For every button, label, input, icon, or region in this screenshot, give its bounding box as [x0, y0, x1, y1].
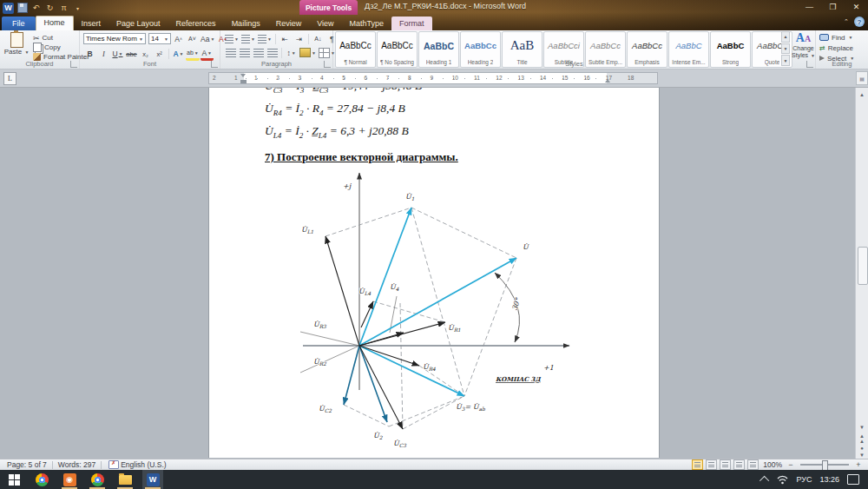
change-case-button[interactable]: Aa▼ [200, 33, 215, 44]
tab-view[interactable]: View [309, 17, 341, 30]
decrease-indent-button[interactable]: ⇤ [279, 33, 292, 44]
bullets-button[interactable]: ▼ [224, 33, 240, 44]
start-button[interactable] [3, 470, 24, 489]
strikethrough-button[interactable]: abe [125, 49, 138, 60]
web-layout-view-button[interactable] [720, 459, 731, 470]
zoom-level[interactable]: 100% [763, 460, 782, 469]
grow-font-button[interactable]: A˄ [172, 33, 185, 44]
document-page[interactable]: U̇C3 = İ3 · Z̲C3 = 19,44 − j38,48 В U̇R4… [208, 88, 660, 458]
tab-mailings[interactable]: Mailings [224, 17, 268, 30]
word-count[interactable]: Words: 297 [58, 460, 95, 469]
tab-insert[interactable]: Insert [74, 17, 109, 30]
clipboard-dialog-launcher[interactable] [70, 61, 77, 68]
page-indicator[interactable]: Page: 5 of 7 [7, 460, 47, 469]
zoom-out-button[interactable]: − [786, 460, 795, 469]
collapse-ribbon-icon[interactable]: ⌃ [841, 17, 852, 27]
replace-icon: ⇄ [819, 44, 825, 52]
style-sample: AaBbCc [381, 32, 413, 59]
ribbon-corner-controls: ⌃ ? [841, 17, 865, 27]
taskbar-explorer[interactable] [115, 470, 135, 489]
subscript-button[interactable]: x₂ [139, 49, 152, 60]
style-sample: AaBbCc [339, 32, 372, 59]
italic-button[interactable]: I [97, 49, 110, 60]
styles-scroll-up-button[interactable]: ▲ [781, 31, 790, 43]
replace-button[interactable]: ⇄ Replace [816, 43, 854, 53]
font-size-combo[interactable]: 14 ▼ [148, 33, 171, 44]
ruler-number: 2 [213, 75, 216, 81]
help-icon[interactable]: ? [854, 17, 865, 27]
align-center-button[interactable] [238, 47, 251, 58]
sort-button[interactable]: А↓ [312, 33, 325, 44]
tab-stop-selector[interactable]: L [3, 72, 16, 85]
diagram-label: U̇R3 [313, 320, 327, 330]
minimize-button[interactable]: — [798, 0, 821, 14]
paragraph-dialog-launcher[interactable] [324, 61, 331, 68]
language-indicator[interactable]: English (U.S.) [121, 460, 166, 469]
styles-scroll-down-button[interactable]: ▼ [781, 43, 790, 55]
tab-format[interactable]: Format [391, 17, 432, 30]
bold-button[interactable]: B [83, 49, 96, 60]
font-name-combo[interactable]: Times New Rom ▼ [83, 33, 146, 44]
proofing-icon[interactable] [108, 460, 119, 469]
tray-clock[interactable]: 13:26 [819, 475, 839, 484]
find-button[interactable]: Find ▼ [816, 32, 854, 43]
font-dialog-launcher[interactable] [211, 61, 218, 68]
editing-group: Find ▼ ⇄ Replace Select ▼ Editing [816, 30, 868, 69]
ruler-toggle-button[interactable]: ▤ [856, 71, 868, 85]
qat-customize-button[interactable]: ▾ [72, 3, 83, 14]
tab-references[interactable]: References [168, 17, 224, 30]
justify-button[interactable] [266, 47, 279, 58]
fullscreen-view-button[interactable] [706, 459, 717, 470]
taskbar-word[interactable]: W [142, 470, 163, 489]
font-color-button[interactable]: A▼ [201, 47, 214, 61]
line-spacing-button[interactable]: ↕▼ [285, 47, 298, 58]
right-indent-marker[interactable] [605, 79, 610, 83]
scrollbar-thumb[interactable] [858, 247, 868, 285]
numbering-button[interactable]: ▼ [240, 33, 256, 44]
scroll-down-button[interactable]: ▼ [857, 422, 867, 432]
tab-file[interactable]: File [2, 17, 36, 30]
multilevel-list-button[interactable]: ▼ [257, 33, 273, 44]
shading-button[interactable]: ▼ [299, 47, 317, 58]
tray-expand-icon[interactable] [760, 476, 769, 486]
underline-button[interactable]: U▼ [111, 49, 124, 60]
vertical-scrollbar[interactable]: ▲ ▼ ▲▲ ● ▼ [855, 88, 868, 459]
zoom-in-button[interactable]: + [854, 460, 863, 469]
text-effects-button[interactable]: A▼ [172, 49, 185, 60]
align-right-button[interactable] [252, 47, 265, 58]
word-app-icon[interactable]: W [3, 3, 14, 14]
taskbar-kompas[interactable]: ◉ [59, 470, 80, 489]
increase-indent-button[interactable]: ⇥ [293, 33, 306, 44]
undo-button[interactable]: ↶ [30, 3, 42, 14]
system-tray: РУС 13:26 [762, 474, 868, 485]
indent-marker[interactable] [240, 74, 247, 83]
mathtype-qat-icon[interactable]: π [58, 3, 69, 14]
tab-page-layout[interactable]: Page Layout [108, 17, 168, 30]
tab-review[interactable]: Review [268, 17, 310, 30]
scroll-up-button[interactable]: ▲ [857, 89, 867, 99]
shrink-font-button[interactable]: A˅ [186, 33, 199, 44]
zoom-slider[interactable] [800, 464, 849, 466]
horizontal-ruler[interactable]: 21123456789101112131415161718 [208, 72, 658, 84]
close-button[interactable]: ✕ [845, 0, 868, 14]
ruler-row: L 21123456789101112131415161718 ▤ [0, 69, 868, 87]
outline-view-button[interactable] [733, 459, 745, 470]
draft-view-button[interactable] [747, 459, 759, 470]
superscript-button[interactable]: x² [153, 49, 166, 60]
action-center-icon[interactable] [847, 474, 859, 485]
align-left-button[interactable] [224, 47, 237, 58]
print-layout-view-button[interactable] [692, 459, 703, 470]
taskbar-chrome-1[interactable] [31, 470, 52, 489]
taskbar-chrome-2[interactable] [87, 470, 108, 489]
tab-mathtype[interactable]: MathType [342, 17, 392, 30]
maximize-button[interactable]: ❐ [821, 0, 845, 14]
styles-dialog-launcher[interactable] [806, 61, 813, 68]
wifi-icon[interactable] [777, 475, 788, 485]
find-icon [819, 34, 829, 41]
tray-language[interactable]: РУС [796, 475, 812, 484]
redo-button[interactable]: ↻ [44, 3, 56, 14]
save-button[interactable] [16, 3, 28, 14]
highlight-button[interactable]: ab▼ [186, 47, 200, 61]
previous-page-button[interactable]: ▲▲ [857, 433, 867, 443]
tab-home[interactable]: Home [36, 16, 74, 30]
